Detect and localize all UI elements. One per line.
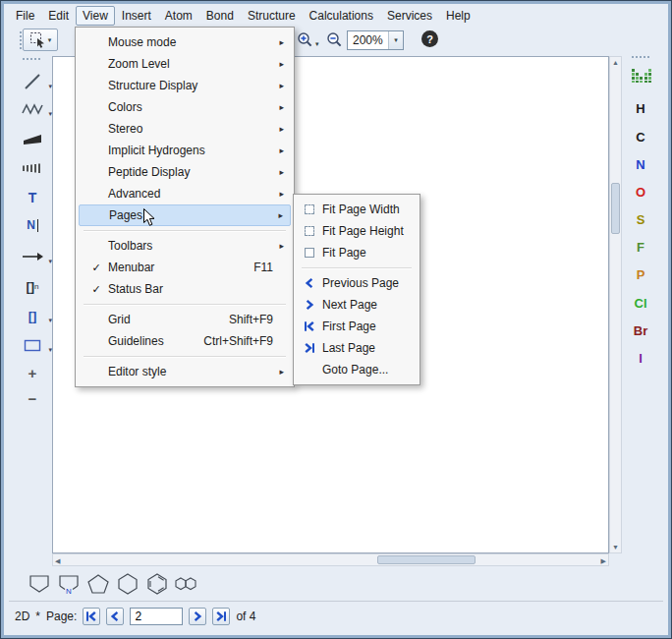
menu-structure[interactable]: Structure — [241, 6, 303, 26]
menu-help[interactable]: Help — [439, 6, 477, 26]
chain-icon — [22, 102, 43, 116]
menu-item-label: Fit Page Height — [322, 224, 404, 238]
view-menu-item-colors[interactable]: Colors ▸ — [79, 96, 291, 118]
canvas-vertical-scrollbar[interactable]: ▲ ▼ — [609, 56, 622, 553]
increase-charge-button[interactable]: + — [20, 361, 45, 384]
hashed-bond-tool-button[interactable] — [20, 156, 45, 180]
bond-tool-button[interactable]: ▾ — [20, 70, 45, 93]
menu-item-label: Previous Page — [322, 276, 399, 290]
menu-view[interactable]: View — [76, 6, 115, 26]
pages-item-first-page[interactable]: First Page — [297, 316, 417, 337]
vertical-scroll-thumb[interactable] — [611, 183, 620, 234]
last-page-button[interactable] — [212, 608, 230, 625]
selection-tool-button[interactable]: ▾ — [23, 29, 58, 51]
submenu-arrow-icon: ▸ — [279, 59, 287, 69]
horizontal-scroll-thumb[interactable] — [377, 555, 476, 564]
menu-item-label: Guidelines — [108, 334, 164, 348]
view-menu-item-editor-style[interactable]: Editor style ▸ — [79, 361, 291, 382]
pages-item-previous-page[interactable]: Previous Page — [297, 272, 417, 294]
view-menu-item-advanced[interactable]: Advanced ▸ — [79, 183, 291, 204]
view-menu-item-peptide-display[interactable]: Peptide Display ▸ — [79, 161, 291, 183]
view-menu-item-stereo[interactable]: Stereo ▸ — [79, 118, 291, 140]
submenu-arrow-icon: ▸ — [279, 241, 287, 251]
page-number-input[interactable] — [130, 608, 183, 625]
decrease-charge-button[interactable]: − — [20, 386, 45, 410]
atom-tool-button[interactable]: N — [20, 213, 45, 237]
element-button-c[interactable]: C — [624, 130, 657, 145]
view-menu-item-guidelines[interactable]: Guidelines Ctrl+Shift+F9 — [79, 330, 291, 352]
scroll-right-icon[interactable]: ▶ — [601, 555, 606, 566]
element-button-i[interactable]: I — [624, 351, 657, 366]
menu-edit[interactable]: Edit — [41, 6, 76, 26]
zoom-in-button[interactable] — [296, 30, 313, 48]
template-cyclopentane-ring[interactable] — [85, 572, 111, 596]
view-menu-item-status-bar[interactable]: ✓ Status Bar — [79, 278, 291, 300]
periodic-table-button[interactable] — [629, 64, 654, 87]
template-benzene[interactable] — [144, 572, 170, 596]
template-pyrrolidine[interactable]: N — [56, 572, 82, 596]
zoom-level-combobox[interactable]: 200% ▾ — [347, 30, 404, 50]
arrow-tool-button[interactable]: ▾ — [20, 245, 45, 268]
repeat-bracket-tool-button[interactable]: []n — [20, 274, 45, 298]
view-menu-item-pages[interactable]: Pages ▸ — [79, 204, 291, 226]
previous-page-icon — [109, 610, 121, 622]
pages-item-last-page[interactable]: Last Page — [297, 337, 417, 359]
element-button-br[interactable]: Br — [624, 323, 657, 338]
next-page-button[interactable] — [189, 608, 206, 625]
bracket-n-sub: n — [34, 282, 38, 291]
pages-item-fit-page-height[interactable]: Fit Page Height — [297, 220, 417, 242]
bracket-tool-button[interactable]: [] ▾ — [20, 304, 45, 327]
menu-file[interactable]: File — [9, 6, 41, 26]
template-cyclopentane[interactable] — [27, 572, 52, 596]
view-menu-item-zoom-level[interactable]: Zoom Level ▸ — [79, 53, 291, 75]
element-button-o[interactable]: O — [624, 185, 657, 200]
menu-services[interactable]: Services — [380, 6, 439, 26]
fit-page-icon — [303, 248, 316, 258]
view-menu-item-menubar[interactable]: ✓ Menubar F11 — [79, 257, 291, 278]
pages-item-next-page[interactable]: Next Page — [297, 294, 417, 316]
template-cyclohexane[interactable] — [115, 572, 140, 596]
view-menu-item-grid[interactable]: Grid Shift+F9 — [79, 309, 291, 330]
view-menu-item-structure-display[interactable]: Structure Display ▸ — [79, 75, 291, 96]
menu-atom[interactable]: Atom — [158, 6, 199, 26]
view-menu-item-mouse-mode[interactable]: Mouse mode ▸ — [79, 31, 291, 53]
combo-dropdown-icon[interactable]: ▾ — [388, 31, 403, 49]
pages-item-fit-page-width[interactable]: Fit Page Width — [297, 199, 417, 220]
element-button-p[interactable]: P — [624, 267, 657, 282]
pages-item-goto-page[interactable]: Goto Page... — [297, 359, 417, 380]
scroll-left-icon[interactable]: ◀ — [55, 555, 60, 566]
scroll-up-icon[interactable]: ▲ — [612, 57, 619, 68]
element-button-n[interactable]: N — [624, 157, 657, 172]
zoom-out-icon — [326, 31, 343, 48]
template-naphthalene[interactable] — [174, 572, 199, 596]
chain-tool-button[interactable]: ▾ — [20, 97, 45, 121]
first-page-button[interactable] — [83, 608, 100, 625]
bold-bond-tool-button[interactable] — [20, 127, 45, 150]
page-label: Page: — [46, 610, 77, 623]
text-caret-icon — [37, 219, 38, 232]
element-button-s[interactable]: S — [624, 212, 657, 227]
dropdown-arrow-icon: ▾ — [48, 346, 52, 354]
previous-page-button[interactable] — [106, 608, 124, 625]
toolbar-grip[interactable] — [23, 58, 40, 61]
canvas-horizontal-scrollbar[interactable]: ◀ ▶ — [52, 553, 609, 566]
menu-item-label: Grid — [108, 313, 131, 326]
menu-item-label: Editor style — [108, 365, 166, 378]
zoom-dropdown-arrow-icon[interactable]: ▾ — [315, 40, 319, 48]
text-tool-button[interactable]: T — [20, 186, 45, 209]
pages-item-fit-page[interactable]: Fit Page — [297, 242, 417, 263]
menu-calculations[interactable]: Calculations — [303, 6, 380, 26]
help-button[interactable]: ? — [421, 30, 438, 47]
menu-insert[interactable]: Insert — [115, 6, 158, 26]
rectangle-tool-button[interactable]: ▾ — [20, 333, 45, 357]
toolbar-grip[interactable] — [632, 56, 649, 59]
view-menu-item-toolbars[interactable]: Toolbars ▸ — [79, 235, 291, 257]
zoom-out-button[interactable] — [325, 30, 343, 48]
element-button-f[interactable]: F — [624, 240, 657, 255]
scroll-down-icon[interactable]: ▼ — [612, 542, 619, 552]
element-button-h[interactable]: H — [624, 101, 657, 116]
element-button-cl[interactable]: Cl — [624, 296, 657, 311]
menu-bond[interactable]: Bond — [199, 6, 241, 26]
help-label: ? — [426, 33, 433, 45]
view-menu-item-implicit-hydrogens[interactable]: Implicit Hydrogens ▸ — [79, 140, 291, 161]
